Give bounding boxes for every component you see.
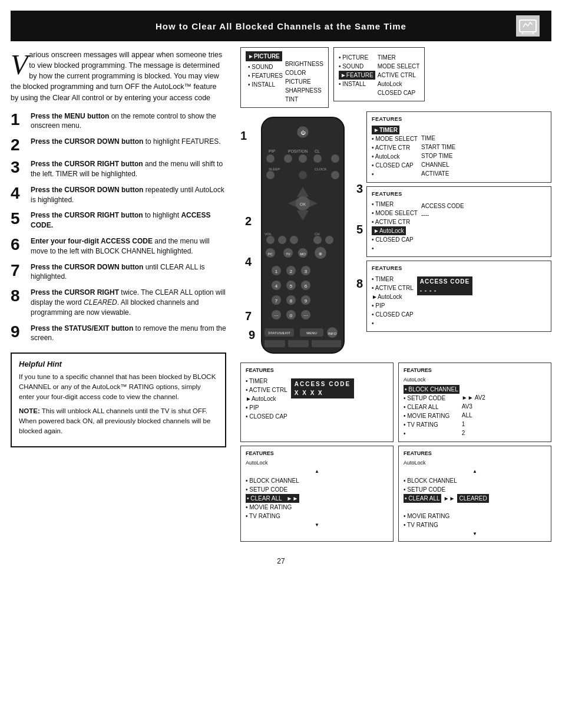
step-7: 7 Press the CURSOR DOWN button until CLE… xyxy=(11,262,226,282)
svg-text:STATUS/EXIT: STATUS/EXIT xyxy=(268,331,290,335)
menu-screen-features-autolock: FEATURES • TIMER • MODE SELECT • ACTIVE … xyxy=(366,186,551,258)
page-num-text: 27 xyxy=(277,557,285,565)
svg-text:⏻: ⏻ xyxy=(300,130,306,136)
svg-text:INFO: INFO xyxy=(328,332,337,335)
svg-point-13 xyxy=(313,154,322,163)
left-column: V arious onscreen messages will appear w… xyxy=(11,41,234,548)
menu-screen-access-code: FEATURES • TIMER • ACTIVE CTRL ►AutoLock… xyxy=(366,261,551,332)
svg-point-11 xyxy=(284,154,292,163)
svg-point-31 xyxy=(313,236,322,244)
hint-body: If you tune to a specific channel that h… xyxy=(19,372,218,436)
hint-para1: If you tune to a specific channel that h… xyxy=(19,372,218,401)
svg-text:7: 7 xyxy=(275,298,278,304)
page-number: 27 xyxy=(0,557,562,565)
bottom-screens: FEATURES • TIMER • ACTIVE CTRL ►AutoLock… xyxy=(240,363,551,442)
svg-text:⋯: ⋯ xyxy=(303,313,308,318)
menu-screen-block-channel: FEATURES AutoLock • BLOCK CHANNEL • SETU… xyxy=(398,363,551,442)
hint-box: Helpful Hint If you tune to a specific c… xyxy=(11,353,226,447)
svg-text:OK: OK xyxy=(300,202,306,206)
svg-text:PC: PC xyxy=(268,252,273,256)
menu-screen-clear-all-1: FEATURES AutoLock ▲ • BLOCK CHANNEL • SE… xyxy=(240,446,394,542)
svg-text:2: 2 xyxy=(290,269,293,274)
svg-text:5: 5 xyxy=(290,284,293,289)
svg-text:SLEEP: SLEEP xyxy=(269,167,280,171)
svg-text:POSITION: POSITION xyxy=(288,149,308,153)
intro-body: arious onscreen messages will appear whe… xyxy=(11,51,222,102)
menu-screen-cleared: FEATURES AutoLock ▲ • BLOCK CHANNEL • SE… xyxy=(398,446,551,542)
step-9: 9 Press the STATUS/EXIT button to remove… xyxy=(11,324,226,344)
svg-point-12 xyxy=(299,154,307,163)
svg-point-17 xyxy=(266,171,275,179)
steps-list: 1 Press the MENU button on the remote co… xyxy=(11,111,226,344)
right-column: ►PICTURE • SOUND • FEATURES • INSTALL BR… xyxy=(234,41,551,548)
svg-text:CLOCK: CLOCK xyxy=(315,167,327,171)
page-wrapper: How to Clear All Blocked Channels at the… xyxy=(0,11,562,565)
svg-text:⋯: ⋯ xyxy=(274,313,279,318)
menu-screen-xxxx: FEATURES • TIMER • ACTIVE CTRL ►AutoLock… xyxy=(240,363,394,442)
svg-text:PIP: PIP xyxy=(269,149,276,153)
step-label-9: 9 xyxy=(249,328,255,342)
svg-rect-72 xyxy=(288,340,309,347)
header-icon xyxy=(516,15,540,37)
svg-point-27 xyxy=(266,236,275,244)
svg-text:CL: CL xyxy=(315,149,320,153)
svg-point-28 xyxy=(278,236,286,244)
menu-screen-picture: ►PICTURE • SOUND • FEATURES • INSTALL BR… xyxy=(240,47,329,108)
svg-point-14 xyxy=(331,154,339,163)
step-label-1: 1 xyxy=(240,129,247,143)
svg-point-18 xyxy=(299,171,307,179)
svg-text:6: 6 xyxy=(305,284,308,289)
svg-text:MENU: MENU xyxy=(306,331,317,335)
hint-title: Helpful Hint xyxy=(19,360,218,368)
svg-point-19 xyxy=(331,171,339,179)
svg-text:TV: TV xyxy=(286,252,290,256)
right-screens: FEATURES ►TIMER • MODE SELECT • ACTIVE C… xyxy=(366,111,551,332)
svg-text:4: 4 xyxy=(275,284,278,289)
menu-screen-features-1: • PICTURE • SOUND ►FEATURE • INSTALL TIM… xyxy=(333,47,425,101)
svg-text:0: 0 xyxy=(290,313,293,318)
page-title: How to Clear All Blocked Channels at the… xyxy=(46,21,516,31)
hint-para2: NOTE: This will unblock ALL channels unt… xyxy=(19,406,218,436)
step-label-2-4-7: 247 xyxy=(245,215,252,323)
drop-cap: V xyxy=(11,51,28,79)
svg-text:CH: CH xyxy=(315,232,320,236)
svg-text:MO: MO xyxy=(300,252,306,256)
intro-text: V arious onscreen messages will appear w… xyxy=(11,50,226,103)
svg-rect-71 xyxy=(265,340,285,347)
svg-text:VOL: VOL xyxy=(265,232,272,236)
content-area: V arious onscreen messages will appear w… xyxy=(11,41,551,548)
step-5: 5 Press the CURSOR RIGHT button to highl… xyxy=(11,210,226,230)
svg-point-10 xyxy=(266,154,275,163)
step-4: 4 Press the CURSOR DOWN button repeatedl… xyxy=(11,185,226,205)
svg-rect-73 xyxy=(312,340,341,347)
page-header: How to Clear All Blocked Channels at the… xyxy=(11,11,551,41)
menu-screen-features-timer: FEATURES ►TIMER • MODE SELECT • ACTIVE C… xyxy=(366,111,551,183)
svg-text:1: 1 xyxy=(275,269,278,274)
step-2: 2 Press the CURSOR DOWN button to highli… xyxy=(11,137,226,153)
step-3: 3 Press the CURSOR RIGHT button and the … xyxy=(11,159,226,179)
svg-text:⊕: ⊕ xyxy=(319,252,322,256)
svg-point-29 xyxy=(290,236,298,244)
svg-text:8: 8 xyxy=(290,298,293,304)
step-8: 8 Press the CURSOR RIGHT twice. The CLEA… xyxy=(11,288,226,317)
svg-text:3: 3 xyxy=(305,269,308,274)
step-1: 1 Press the MENU button on the remote co… xyxy=(11,111,226,131)
svg-point-32 xyxy=(325,236,333,244)
step-label-3-5-8: 358 xyxy=(356,182,363,291)
step-6: 6 Enter your four-digit ACCESS CODE and … xyxy=(11,236,226,256)
remote-control: 1 247 358 9 ⏻ PIP POSITION CL xyxy=(240,111,364,359)
bottom-screens-2: FEATURES AutoLock ▲ • BLOCK CHANNEL • SE… xyxy=(240,446,551,542)
svg-text:9: 9 xyxy=(305,298,308,304)
